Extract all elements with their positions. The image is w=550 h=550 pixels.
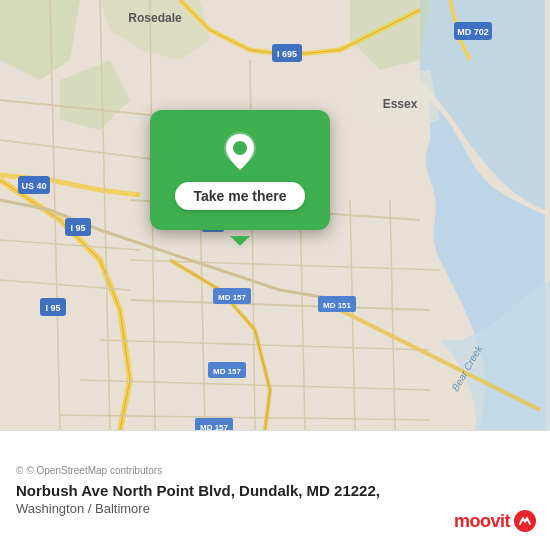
copyright-row: © © OpenStreetMap contributors — [16, 465, 534, 476]
svg-text:MD 157: MD 157 — [200, 423, 229, 430]
svg-text:MD 151: MD 151 — [323, 301, 352, 310]
svg-text:MD 157: MD 157 — [218, 293, 247, 302]
moovit-logo: moovit — [454, 510, 536, 532]
svg-text:Rosedale: Rosedale — [128, 11, 182, 25]
svg-text:I 95: I 95 — [70, 223, 85, 233]
svg-point-45 — [233, 141, 247, 155]
svg-text:US 40: US 40 — [21, 181, 46, 191]
svg-text:I 95: I 95 — [45, 303, 60, 313]
svg-text:I 695: I 695 — [277, 49, 297, 59]
svg-text:MD 157: MD 157 — [213, 367, 242, 376]
copyright-symbol: © — [16, 465, 23, 476]
svg-text:MD 702: MD 702 — [457, 27, 489, 37]
moovit-brand-text: moovit — [454, 511, 510, 532]
address-line: Norbush Ave North Point Blvd, Dundalk, M… — [16, 482, 534, 499]
location-pin-icon — [218, 130, 262, 174]
popup-box: Take me there — [150, 110, 330, 230]
take-me-there-button[interactable]: Take me there — [175, 182, 304, 210]
bottom-bar: © © OpenStreetMap contributors Norbush A… — [0, 430, 550, 550]
popup-overlay: Take me there — [140, 110, 340, 230]
copyright-text: © OpenStreetMap contributors — [26, 465, 162, 476]
map-container: I 95 I 95 I 695 US 40 MD 702 MD MD 157 M… — [0, 0, 550, 430]
moovit-logo-dot — [514, 510, 536, 532]
svg-text:Essex: Essex — [383, 97, 418, 111]
